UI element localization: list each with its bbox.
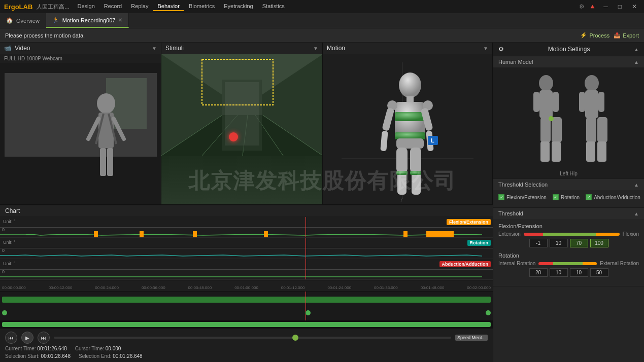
timeline-area: 00:00:00.000 00:00:12.000 00:00:24.000 0… [0,280,493,320]
timeline-mark-7: 00:01:24.000 [327,285,351,290]
menu-behavior[interactable]: Behavior [153,2,183,11]
timeline-mark-4: 00:00:48.000 [188,285,212,290]
cursor-time-value: 00.000 [106,346,121,351]
stimuli-panel: Stimuli ▼ Fixation ⛶ [161,43,323,205]
rotation-input-3[interactable] [570,268,588,277]
maximize-button[interactable]: □ [615,2,625,11]
tab-close-button[interactable]: ✕ [118,17,122,23]
chart-timeline-area: Chart Unit: ° Flexion/Extension [0,205,493,362]
track-3-signal [0,259,493,279]
main-content: 📹 Video ▼ FULL HD 1080P Webcam [0,43,493,362]
minimize-icon[interactable]: 🔺 [589,3,596,10]
svg-rect-61 [540,141,550,162]
rotation-input-2[interactable] [550,268,568,277]
svg-point-64 [585,75,599,91]
playback-controls-area: ⏮ ▶ ⏭ Speed Ment... Current Time: 00:01:… [0,329,493,362]
menu-eyetracking[interactable]: Eyetracking [220,2,257,11]
flexion-label: Flexion [623,231,639,237]
menu-record[interactable]: Record [100,2,126,11]
settings-collapse-icon[interactable]: ▲ [634,47,639,52]
video-dropdown-icon[interactable]: ▼ [152,46,157,51]
selection-start-label: Selection Start: 00:01:26.648 [5,353,71,359]
fast-forward-button[interactable]: ⏭ [38,332,50,344]
cb-rotation-box[interactable]: ✓ [553,194,559,200]
toolbar-actions: ⚡ Process 📤 Export [580,32,639,39]
checkbox-row: ✓ Flexion/Extension ✓ Rotation ✓ Abducti… [498,194,639,200]
window-controls: ⚙ 🔺 ─ □ ✕ [579,2,640,11]
svg-rect-50 [193,231,197,237]
external-rotation-label: External Rotation [600,261,639,266]
tab-overview-label: Overview [16,18,40,24]
settings-icon[interactable]: ⚙ [579,3,585,10]
flex-ext-slider[interactable] [524,233,620,236]
selection-end-value: 00:01:26.648 [113,353,142,359]
cb-rotation[interactable]: ✓ Rotation [553,194,580,200]
svg-rect-5 [98,113,114,148]
stimuli-dropdown-icon[interactable]: ▼ [313,46,318,51]
threshold-collapse-icon[interactable]: ▲ [634,211,639,216]
threshold-selection-header[interactable]: Threshold Selection ▲ [493,179,644,190]
settings-gear-icon: ⚙ [498,46,504,53]
flex-ext-input-2[interactable] [550,239,568,247]
cb-abduction[interactable]: ✓ Abduction/Adduction [586,194,640,200]
menu-design[interactable]: Design [74,2,99,11]
svg-rect-44 [396,171,408,175]
rotation-title: Rotation [498,252,639,259]
rotation-slider[interactable] [538,262,597,265]
human-model-header[interactable]: Human Model ▲ [493,56,644,67]
stimuli-title: Stimuli [165,45,184,52]
threshold-section: Threshold ▲ Flexion/Extension Extension [493,208,644,286]
chart-track-2: Unit: ° Rotation 0 [0,238,493,259]
human-model-collapse-icon[interactable]: ▲ [634,59,639,65]
scroll-bar-area[interactable] [0,320,493,329]
speed-slider[interactable] [54,337,451,339]
speed-thumb[interactable] [292,335,298,341]
human-model-label: Human Model [498,59,533,65]
motion-dropdown-icon[interactable]: ▼ [483,46,488,51]
svg-rect-29 [406,96,414,102]
svg-rect-8 [100,148,106,176]
cb-abduction-box[interactable]: ✓ [586,194,592,200]
rotation-input-1[interactable] [529,268,548,277]
flex-ext-input-3[interactable] [570,239,588,247]
rewind-button[interactable]: ⏮ [5,332,17,344]
cb-abduction-label: Abduction/Adduction [594,195,640,200]
rotation-input-4[interactable] [590,268,608,277]
settings-title: Motion Settings [548,46,590,53]
fixation-dot [229,132,238,141]
process-button[interactable]: ⚡ Process [580,32,609,39]
chart-track-1: Unit: ° Flexion/Extension [0,217,493,238]
svg-rect-65 [585,90,598,118]
minimize-button[interactable]: ─ [600,2,611,11]
export-button[interactable]: 📤 Export [614,32,639,39]
flex-ext-input-1[interactable] [529,239,548,247]
video-content [0,63,161,204]
tab-overview[interactable]: 🏠 Overview [0,13,46,28]
play-button[interactable]: ▶ [21,332,33,344]
cb-flexion-extension[interactable]: ✓ Flexion/Extension [498,194,547,200]
menu-statistics[interactable]: Statistics [258,2,289,11]
scroll-thumb[interactable] [2,322,491,327]
svg-rect-69 [597,117,607,142]
flex-ext-input-4[interactable] [590,239,608,247]
svg-rect-45 [410,171,421,175]
cb-flexion-box[interactable]: ✓ [498,194,504,200]
tab-motion-recording[interactable]: 🏃 Motion Recording007 ✕ [46,13,129,28]
timeline-mark-2: 00:00:24.000 [95,285,119,290]
toolbar: Please process the motion data. ⚡ Proces… [0,28,644,43]
track-1-signal [0,217,493,237]
motion-panel-header: Motion ▼ [323,43,492,54]
extension-label: Extension [498,231,521,237]
threshold-selection-collapse-icon[interactable]: ▲ [634,182,639,188]
stimuli-panel-header: Stimuli ▼ [161,43,322,54]
timeline-mark-1: 00:00:12.000 [49,285,73,290]
menu-replay[interactable]: Replay [127,2,152,11]
timeline-track[interactable] [0,292,493,320]
menu-biometrics[interactable]: Biometrics [185,2,219,11]
close-button[interactable]: ✕ [629,2,640,11]
svg-point-55 [539,75,553,91]
svg-rect-39 [396,138,424,149]
current-time-value: 00:01:26.648 [37,346,66,351]
motion-icon: 🏃 [52,17,59,23]
threshold-header[interactable]: Threshold ▲ [493,208,644,219]
